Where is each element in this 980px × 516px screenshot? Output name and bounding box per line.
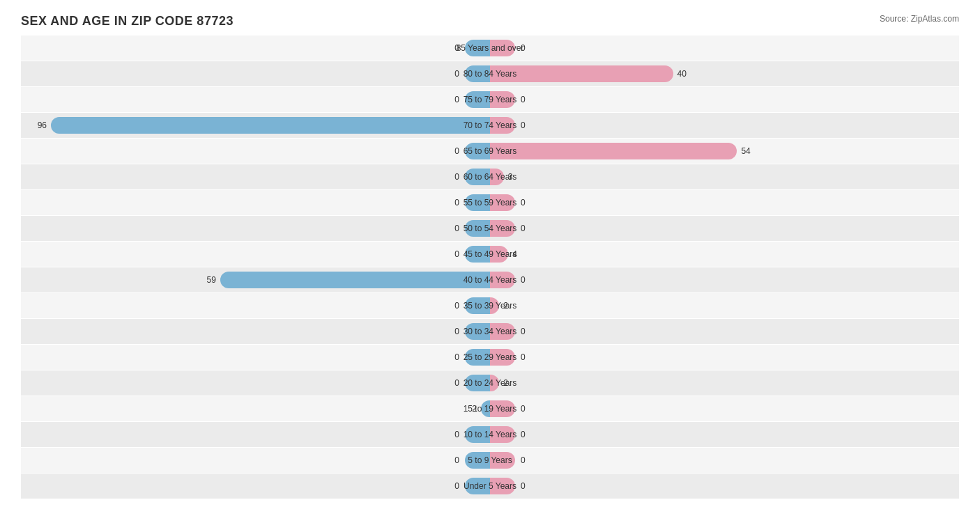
bar-row: 075 to 79 Years0 <box>21 87 959 112</box>
female-zero: 0 <box>521 275 526 285</box>
bar-row: 5940 to 44 Years0 <box>21 267 959 292</box>
female-bar-stub <box>490 194 515 211</box>
female-bar <box>490 246 508 263</box>
female-zero: 0 <box>521 120 526 130</box>
bar-row: 0Under 5 Years0 <box>21 474 959 499</box>
female-zero: 0 <box>521 430 526 439</box>
female-bar-stub <box>490 400 515 417</box>
male-zero: 0 <box>454 327 459 336</box>
female-zero: 0 <box>521 198 526 208</box>
male-bar <box>220 272 490 288</box>
female-value: 40 <box>677 69 687 79</box>
male-bar-stub <box>465 143 490 159</box>
female-zero: 0 <box>521 224 526 233</box>
male-zero: 0 <box>454 146 459 156</box>
chart-area: 085 Years and over0080 to 84 Years40075 … <box>21 36 959 454</box>
male-bar-stub <box>465 323 490 340</box>
bar-row: 020 to 24 Years2 <box>21 370 959 396</box>
bar-row: 010 to 14 Years0 <box>21 422 959 447</box>
female-zero: 0 <box>521 352 526 362</box>
male-value: 59 <box>206 275 215 285</box>
female-bar <box>490 143 737 159</box>
male-zero: 0 <box>454 352 459 362</box>
bar-row: 030 to 34 Years0 <box>21 319 959 344</box>
male-bar-stub <box>465 426 490 443</box>
bar-row: 035 to 39 Years2 <box>21 293 959 318</box>
male-zero: 0 <box>454 301 459 311</box>
male-bar-stub <box>465 194 490 211</box>
bar-row: 065 to 69 Years54 <box>21 139 959 164</box>
bar-row: 080 to 84 Years40 <box>21 61 959 86</box>
male-zero: 0 <box>454 249 459 259</box>
chart-header: SEX AND AGE IN ZIP CODE 87723 Source: Zi… <box>21 14 959 29</box>
bar-row: 025 to 29 Years0 <box>21 345 959 370</box>
female-bar-stub <box>490 323 515 340</box>
male-bar-stub <box>465 349 490 366</box>
chart-source: Source: ZipAtlas.com <box>880 14 959 24</box>
female-bar-stub <box>490 40 515 56</box>
male-zero: 0 <box>454 198 459 208</box>
male-zero: 0 <box>454 69 459 79</box>
male-bar-stub <box>465 91 490 108</box>
female-bar <box>490 297 499 314</box>
male-zero: 0 <box>454 430 459 439</box>
female-bar-stub <box>490 91 515 108</box>
male-zero: 0 <box>454 172 459 182</box>
male-bar <box>481 400 490 417</box>
female-bar-stub <box>490 426 515 443</box>
male-value: 2 <box>472 404 477 414</box>
male-value: 96 <box>38 120 47 130</box>
male-bar-stub <box>465 297 490 314</box>
female-bar <box>490 169 504 185</box>
female-value: 3 <box>508 172 513 182</box>
female-bar <box>490 375 499 391</box>
male-bar-stub <box>465 220 490 237</box>
female-bar-stub <box>490 220 515 237</box>
male-zero: 0 <box>454 481 459 491</box>
male-zero: 0 <box>454 43 459 53</box>
female-value: 4 <box>512 249 517 259</box>
female-bar-stub <box>490 117 515 134</box>
female-zero: 0 <box>521 327 526 336</box>
female-zero: 0 <box>521 481 526 491</box>
female-value: 2 <box>503 378 508 388</box>
female-bar-stub <box>490 478 515 494</box>
male-bar <box>51 117 490 134</box>
male-bar-stub <box>465 65 490 82</box>
female-zero: 0 <box>521 95 526 104</box>
female-zero: 0 <box>521 404 526 414</box>
male-bar-stub <box>465 478 490 494</box>
male-bar-stub <box>465 246 490 263</box>
bar-row: 05 to 9 Years0 <box>21 448 959 473</box>
female-bar-stub <box>490 349 515 366</box>
female-zero: 0 <box>521 455 526 465</box>
bar-row: 085 Years and over0 <box>21 36 959 61</box>
female-value: 54 <box>741 146 750 156</box>
female-bar-stub <box>490 452 515 469</box>
male-zero: 0 <box>454 224 459 233</box>
bar-row: 050 to 54 Years0 <box>21 216 959 241</box>
male-zero: 0 <box>454 455 459 465</box>
male-bar-stub <box>465 169 490 185</box>
chart-title: SEX AND AGE IN ZIP CODE 87723 <box>21 14 233 29</box>
bar-row: 045 to 49 Years4 <box>21 242 959 267</box>
bar-row: 9670 to 74 Years0 <box>21 113 959 138</box>
bar-row: 055 to 59 Years0 <box>21 190 959 215</box>
bar-row: 060 to 64 Years3 <box>21 164 959 189</box>
male-zero: 0 <box>454 378 459 388</box>
female-value: 2 <box>503 301 508 311</box>
male-zero: 0 <box>454 95 459 104</box>
male-bar-stub <box>465 452 490 469</box>
male-bar-stub <box>465 40 490 56</box>
female-bar <box>490 65 673 82</box>
female-bar-stub <box>490 272 515 288</box>
male-bar-stub <box>465 375 490 391</box>
female-zero: 0 <box>521 43 526 53</box>
chart-container: SEX AND AGE IN ZIP CODE 87723 Source: Zi… <box>0 0 980 516</box>
bar-row: 215 to 19 Years0 <box>21 396 959 421</box>
